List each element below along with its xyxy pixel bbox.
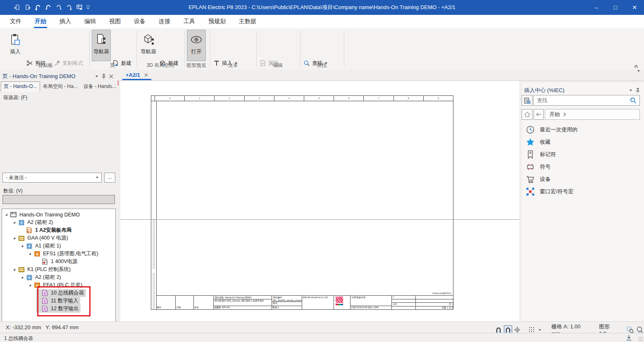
tree-item-label: A2 (箱柜 2) xyxy=(34,273,62,281)
pages-panel-header: 页 - Hands-On Training DEMO xyxy=(0,71,117,81)
undo-list-icon[interactable] xyxy=(35,4,41,11)
insert-item-symbols[interactable]: 符号 xyxy=(526,161,551,173)
close-icon[interactable] xyxy=(144,73,148,77)
tb-date-label: 日期 xyxy=(176,306,181,309)
tree-item[interactable]: 1 400V电源 xyxy=(36,258,80,266)
qat-customize-icon[interactable] xyxy=(86,5,90,10)
tree-item[interactable]: &EFA1 (PLC 总览) xyxy=(28,281,84,289)
panel-tab-pages[interactable]: 页 - Hands-O... xyxy=(1,81,40,92)
show-results-toggle[interactable] xyxy=(522,95,532,106)
page-layout-icon xyxy=(26,227,32,233)
tb-project-no-label: 项目编号 xyxy=(273,296,282,299)
tb-creator-label: 创建者 xyxy=(214,306,221,309)
tab-home[interactable]: 开始 xyxy=(28,15,53,28)
tree-item[interactable]: &EFS1 (原理图,电气工程) xyxy=(28,250,100,258)
tree-item-label: EFA1 (PLC 总览) xyxy=(42,281,83,289)
download-icon[interactable] xyxy=(625,334,632,342)
document-tab[interactable]: +A2/1 xyxy=(122,69,151,80)
insert-item-devices[interactable]: 设备 xyxy=(526,173,551,185)
tab-connection[interactable]: 连接 xyxy=(152,15,177,28)
tree-item-label: 12 数字输出 xyxy=(50,305,80,313)
tb-project-name: Hands-On Training DEMO xyxy=(225,296,251,299)
back-button[interactable] xyxy=(534,109,544,120)
page-navigator-button[interactable]: 导航器 xyxy=(92,30,111,61)
tree-item[interactable]: K1 (PLC 控制系统) xyxy=(12,266,73,273)
panel-tab-layoutspace[interactable]: 布局空间 - Ha... xyxy=(40,81,81,92)
pin-icon[interactable] xyxy=(100,73,107,80)
chevron-down-icon[interactable] xyxy=(627,87,634,94)
insert-paste-button[interactable]: 插入 xyxy=(6,30,25,61)
tree-item[interactable]: A2 (箱柜 2) xyxy=(20,273,63,281)
bookmark-icon xyxy=(526,150,535,159)
tree-item[interactable]: 1 A2安装板布局 xyxy=(20,226,74,234)
tree-item[interactable]: A2 (箱柜 2) xyxy=(12,218,55,226)
chevron-right-icon xyxy=(563,112,566,116)
tree-item[interactable]: 11 数字输入 xyxy=(36,297,80,305)
redo-list-icon[interactable] xyxy=(66,4,72,11)
page-reference: =GAA+A1&EFS1/1 xyxy=(432,292,451,294)
tree-item-label: EFS1 (原理图,电气工程) xyxy=(42,250,100,258)
tb-check-value: 1349 xyxy=(373,306,378,309)
macro-icon xyxy=(526,187,535,196)
filter-dropdown[interactable]: - 未激活 - xyxy=(2,173,102,183)
close-project-icon[interactable] xyxy=(76,4,83,11)
resize-grip[interactable] xyxy=(638,337,643,342)
tree-item[interactable]: GAA (400 V 电源) xyxy=(12,234,70,242)
insert-item-bookmarks[interactable]: 标记符 xyxy=(526,149,556,160)
maximize-button[interactable]: □ xyxy=(606,0,625,15)
space-navigator-button[interactable]: 导航器 xyxy=(139,30,158,61)
value-input[interactable] xyxy=(2,195,115,204)
insert-item-label: 最近一次使用的 xyxy=(540,126,577,133)
tab-edit[interactable]: 编辑 xyxy=(78,15,103,28)
insert-center-search-input[interactable] xyxy=(534,97,630,104)
cabinet-icon xyxy=(26,274,32,280)
insert-item-macros[interactable]: 窗口宏/符号宏 xyxy=(526,186,574,197)
page-forward-icon[interactable] xyxy=(24,4,31,11)
tab-file[interactable]: 文件 xyxy=(3,15,28,28)
preview-open-button[interactable]: 打开 xyxy=(187,30,206,61)
panel-tab-devices[interactable]: 设备 - Hands... xyxy=(81,81,119,92)
tree-item[interactable]: A1 (箱柜 1) xyxy=(20,242,63,250)
insert-center-search[interactable] xyxy=(533,95,640,106)
tree-item[interactable]: 12 数字输出 xyxy=(36,305,81,313)
page-back-icon[interactable] xyxy=(14,4,21,11)
group-label-edit: 编辑 xyxy=(257,62,298,69)
chevron-down-icon[interactable] xyxy=(93,73,100,80)
tab-insert[interactable]: 插入 xyxy=(53,15,78,28)
page-schematic-icon xyxy=(42,259,48,265)
pin-icon[interactable] xyxy=(634,87,642,94)
home-button[interactable] xyxy=(522,109,532,120)
tab-preplanning[interactable]: 预规划 xyxy=(202,15,232,28)
panel-tab-strip: 页 - Hands-O... 布局空间 - Ha... 设备 - Hands..… xyxy=(0,81,117,92)
symbol-icon xyxy=(526,162,535,171)
tb-description: A2安装板布局 xyxy=(351,296,391,299)
search-icon xyxy=(630,97,637,104)
close-icon[interactable] xyxy=(107,73,115,80)
page-navigator-icon xyxy=(96,33,107,46)
bottom-status-bar: 1 总线耦合器 xyxy=(0,333,644,342)
ribbon-tab-bar: 文件 开始 插入 编辑 视图 设备 连接 工具 预规划 主数据 xyxy=(0,15,644,28)
minimize-button[interactable]: – xyxy=(587,0,606,15)
page-overview-icon xyxy=(42,298,48,304)
tab-tools[interactable]: 工具 xyxy=(177,15,202,28)
undo-icon[interactable] xyxy=(45,4,52,11)
close-button[interactable]: ✕ xyxy=(625,0,644,15)
tab-device[interactable]: 设备 xyxy=(127,15,152,28)
insert-item-favorites[interactable]: 收藏 xyxy=(526,136,551,148)
insert-item-recent[interactable]: 最近一次使用的 xyxy=(526,124,577,135)
group-label-find: 查找 xyxy=(301,62,342,69)
breadcrumb[interactable]: 开始 xyxy=(545,109,640,120)
tb-project-name-label: 项目名称 xyxy=(215,296,224,299)
tree-item[interactable]: Hands-On Training DEMO xyxy=(5,211,82,218)
redo-icon[interactable] xyxy=(55,4,62,11)
tree-item-label: 10 总线耦合器 xyxy=(50,289,85,297)
breadcrumb-item[interactable]: 开始 xyxy=(549,111,560,118)
tab-masterdata[interactable]: 主数据 xyxy=(232,15,263,28)
tab-view[interactable]: 视图 xyxy=(103,15,127,28)
filter-more-button[interactable]: ... xyxy=(104,173,115,183)
tab-list-dropdown[interactable] xyxy=(637,72,640,79)
tree-item[interactable]: 10 总线耦合器 xyxy=(36,289,86,297)
star-icon xyxy=(526,138,535,147)
drawing-canvas[interactable]: 0 1 2 3 4 5 6 7 8 9 =GAA+A1&EFS1/1 修改 日期… xyxy=(120,81,519,321)
cabinet-icon xyxy=(26,243,32,249)
